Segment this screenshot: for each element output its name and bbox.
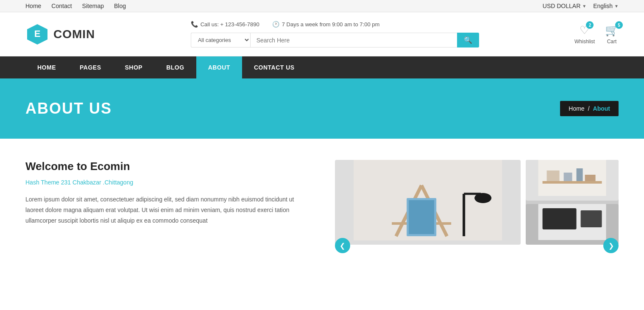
search-icon: 🔍 [464,36,472,44]
phone-info: 📞 Call us: + 123-456-7890 [191,21,259,28]
nav-blog[interactable]: BLOG [154,56,196,78]
cart-button[interactable]: 🛒 5 Cart [605,24,619,45]
heart-icon: ♡ 2 [580,24,589,37]
svg-rect-18 [542,208,576,229]
svg-rect-14 [563,173,572,181]
logo-icon: E [25,22,49,46]
breadcrumb: Home / About [560,101,619,116]
hero-title: ABOUT US [25,100,112,117]
svg-rect-16 [585,175,595,181]
hours-info: 🕐 7 Days a week from 9:00 am to 7:00 pm [272,21,380,28]
gallery-main-image [335,160,521,245]
phone-label: Call us: + 123-456-7890 [201,21,259,28]
header-right: ♡ 2 Whishlist 🛒 5 Cart [574,24,619,45]
category-select[interactable]: All categories [191,33,250,47]
nav-home[interactable]: HOME [25,56,68,78]
image-gallery: ❮ ❯ [335,160,619,245]
cart-badge: 5 [615,21,623,29]
currency-dropdown[interactable]: USD DOLLAR ▼ [543,3,586,9]
nav-shop[interactable]: SHOP [113,56,154,78]
gallery-side-top-image [526,160,619,201]
cart-label: Cart [607,39,617,45]
welcome-title: Welcome to Ecomin [25,160,309,173]
gallery-prev-button[interactable]: ❮ [335,238,350,253]
top-nav-sitemap[interactable]: Sitemap [82,3,104,9]
navbar: HOME PAGES SHOP BLOG ABOUT CONTACT US [0,56,644,78]
nav-contact-us[interactable]: CONTACT US [242,56,307,78]
svg-rect-7 [409,200,434,234]
svg-point-10 [474,193,491,203]
body-text: Lorem ipsum dolor sit amet, consectetuer… [25,194,309,226]
currency-dropdown-arrow: ▼ [582,4,586,8]
svg-text:E: E [34,28,41,39]
header: E COMIN 📞 Call us: + 123-456-7890 🕐 7 Da… [0,12,644,56]
nav-about[interactable]: ABOUT [196,56,242,78]
content-left: Welcome to Ecomin Hash Theme 231 Chakbaz… [25,160,309,226]
content-area: Welcome to Ecomin Hash Theme 231 Chakbaz… [0,139,644,266]
top-nav-blog[interactable]: Blog [114,3,126,9]
search-bar: All categories 🔍 [191,33,479,47]
contact-info: 📞 Call us: + 123-456-7890 🕐 7 Days a wee… [191,21,479,28]
gallery-images [335,160,619,245]
wishlist-label: Whishlist [574,39,595,45]
top-bar-right: USD DOLLAR ▼ English ▼ [543,3,619,9]
gallery-side-images [526,160,619,245]
chevron-right-icon: ❯ [608,242,614,250]
language-dropdown-arrow: ▼ [614,4,619,8]
nav-pages[interactable]: PAGES [68,56,113,78]
top-nav-contact[interactable]: Contact [51,3,72,9]
svg-rect-19 [580,210,602,227]
search-button[interactable]: 🔍 [457,33,479,47]
breadcrumb-home-link[interactable]: Home [569,105,584,112]
cart-icon: 🛒 5 [605,24,619,37]
hours-label: 7 Days a week from 9:00 am to 7:00 pm [282,21,380,28]
language-dropdown[interactable]: English ▼ [593,3,619,9]
search-input[interactable] [250,33,457,47]
phone-icon: 📞 [191,21,198,28]
svg-rect-12 [542,181,602,184]
wishlist-badge: 2 [586,21,594,29]
currency-label: USD DOLLAR [543,3,580,9]
logo-area[interactable]: E COMIN [25,22,95,46]
clock-icon: 🕐 [272,21,279,28]
language-label: English [593,3,613,9]
wishlist-button[interactable]: ♡ 2 Whishlist [574,24,595,45]
breadcrumb-current: About [593,105,610,112]
breadcrumb-separator: / [588,105,590,112]
hero-banner: ABOUT US Home / About [0,78,644,139]
top-bar: Home Contact Sitemap Blog USD DOLLAR ▼ E… [0,0,644,12]
svg-rect-13 [546,170,559,181]
top-nav-home[interactable]: Home [25,3,41,9]
svg-rect-15 [576,168,583,181]
top-nav-links: Home Contact Sitemap Blog [25,3,126,9]
logo-name: COMIN [53,28,95,41]
gallery-next-button[interactable]: ❯ [603,238,619,253]
gallery-side-bottom-image [526,204,619,245]
chevron-left-icon: ❮ [340,242,345,250]
header-center: 📞 Call us: + 123-456-7890 🕐 7 Days a wee… [191,21,479,47]
address-text: Hash Theme 231 Chakbazar .Chittagong [25,179,309,186]
